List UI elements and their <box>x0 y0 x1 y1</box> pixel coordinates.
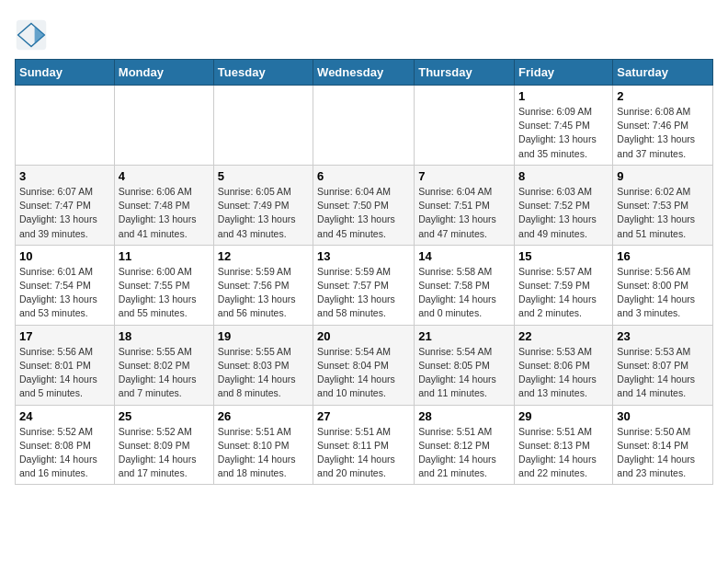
header-friday: Friday <box>515 60 613 86</box>
day-info: Sunrise: 6:02 AM Sunset: 7:53 PM Dayligh… <box>617 185 709 241</box>
table-row: 18Sunrise: 5:55 AM Sunset: 8:02 PM Dayli… <box>114 325 213 405</box>
day-info: Sunrise: 5:59 AM Sunset: 7:57 PM Dayligh… <box>317 265 410 321</box>
day-info: Sunrise: 6:03 AM Sunset: 7:52 PM Dayligh… <box>518 185 609 241</box>
day-number: 9 <box>617 169 709 183</box>
day-info: Sunrise: 5:58 AM Sunset: 7:58 PM Dayligh… <box>418 265 510 321</box>
table-row: 14Sunrise: 5:58 AM Sunset: 7:58 PM Dayli… <box>415 245 515 325</box>
day-number: 13 <box>317 249 410 263</box>
day-info: Sunrise: 5:51 AM Sunset: 8:10 PM Dayligh… <box>218 425 309 481</box>
table-row: 2Sunrise: 6:08 AM Sunset: 7:46 PM Daylig… <box>613 86 713 166</box>
table-row: 6Sunrise: 6:04 AM Sunset: 7:50 PM Daylig… <box>313 165 415 245</box>
day-number: 15 <box>518 249 609 263</box>
page-header <box>15 15 713 52</box>
logo <box>15 18 51 52</box>
day-info: Sunrise: 5:51 AM Sunset: 8:13 PM Dayligh… <box>518 425 609 481</box>
table-row: 4Sunrise: 6:06 AM Sunset: 7:48 PM Daylig… <box>114 165 213 245</box>
day-info: Sunrise: 5:56 AM Sunset: 8:01 PM Dayligh… <box>19 345 110 401</box>
day-number: 24 <box>19 409 110 423</box>
table-row <box>114 86 213 166</box>
day-number: 14 <box>418 249 510 263</box>
day-number: 18 <box>119 329 210 343</box>
day-info: Sunrise: 6:08 AM Sunset: 7:46 PM Dayligh… <box>617 105 709 161</box>
header-wednesday: Wednesday <box>313 60 415 86</box>
day-info: Sunrise: 5:52 AM Sunset: 8:08 PM Dayligh… <box>19 425 110 481</box>
table-row: 20Sunrise: 5:54 AM Sunset: 8:04 PM Dayli… <box>313 325 415 405</box>
day-number: 30 <box>617 409 709 423</box>
day-number: 12 <box>218 249 309 263</box>
table-row: 12Sunrise: 5:59 AM Sunset: 7:56 PM Dayli… <box>213 245 313 325</box>
day-number: 5 <box>218 169 309 183</box>
header-thursday: Thursday <box>415 60 515 86</box>
day-info: Sunrise: 6:01 AM Sunset: 7:54 PM Dayligh… <box>19 265 110 321</box>
day-number: 16 <box>617 249 709 263</box>
logo-icon <box>15 18 48 52</box>
day-info: Sunrise: 5:57 AM Sunset: 7:59 PM Dayligh… <box>518 265 609 321</box>
table-row: 29Sunrise: 5:51 AM Sunset: 8:13 PM Dayli… <box>515 405 613 485</box>
table-row: 1Sunrise: 6:09 AM Sunset: 7:45 PM Daylig… <box>515 86 613 166</box>
day-info: Sunrise: 5:53 AM Sunset: 8:07 PM Dayligh… <box>617 345 709 401</box>
table-row: 7Sunrise: 6:04 AM Sunset: 7:51 PM Daylig… <box>415 165 515 245</box>
table-row: 17Sunrise: 5:56 AM Sunset: 8:01 PM Dayli… <box>16 325 115 405</box>
day-info: Sunrise: 6:09 AM Sunset: 7:45 PM Dayligh… <box>518 105 609 161</box>
day-number: 7 <box>418 169 510 183</box>
table-row: 15Sunrise: 5:57 AM Sunset: 7:59 PM Dayli… <box>515 245 613 325</box>
day-number: 8 <box>518 169 609 183</box>
day-info: Sunrise: 6:04 AM Sunset: 7:50 PM Dayligh… <box>317 185 410 241</box>
day-info: Sunrise: 5:52 AM Sunset: 8:09 PM Dayligh… <box>119 425 210 481</box>
header-tuesday: Tuesday <box>213 60 313 86</box>
calendar-body: 1Sunrise: 6:09 AM Sunset: 7:45 PM Daylig… <box>16 86 713 485</box>
day-number: 26 <box>218 409 309 423</box>
table-row <box>213 86 313 166</box>
table-row: 26Sunrise: 5:51 AM Sunset: 8:10 PM Dayli… <box>213 405 313 485</box>
table-row: 8Sunrise: 6:03 AM Sunset: 7:52 PM Daylig… <box>515 165 613 245</box>
table-row: 11Sunrise: 6:00 AM Sunset: 7:55 PM Dayli… <box>114 245 213 325</box>
table-row: 25Sunrise: 5:52 AM Sunset: 8:09 PM Dayli… <box>114 405 213 485</box>
table-row: 3Sunrise: 6:07 AM Sunset: 7:47 PM Daylig… <box>16 165 115 245</box>
day-number: 21 <box>418 329 510 343</box>
day-info: Sunrise: 5:51 AM Sunset: 8:11 PM Dayligh… <box>317 425 410 481</box>
calendar-table: Sunday Monday Tuesday Wednesday Thursday… <box>15 59 713 485</box>
day-number: 3 <box>19 169 110 183</box>
day-number: 25 <box>119 409 210 423</box>
day-number: 4 <box>119 169 210 183</box>
day-info: Sunrise: 5:54 AM Sunset: 8:05 PM Dayligh… <box>418 345 510 401</box>
day-number: 11 <box>119 249 210 263</box>
day-info: Sunrise: 5:53 AM Sunset: 8:06 PM Dayligh… <box>518 345 609 401</box>
day-info: Sunrise: 5:50 AM Sunset: 8:14 PM Dayligh… <box>617 425 709 481</box>
table-row: 5Sunrise: 6:05 AM Sunset: 7:49 PM Daylig… <box>213 165 313 245</box>
header-sunday: Sunday <box>16 60 115 86</box>
table-row <box>16 86 115 166</box>
table-row: 10Sunrise: 6:01 AM Sunset: 7:54 PM Dayli… <box>16 245 115 325</box>
day-number: 20 <box>317 329 410 343</box>
table-row: 9Sunrise: 6:02 AM Sunset: 7:53 PM Daylig… <box>613 165 713 245</box>
day-info: Sunrise: 6:06 AM Sunset: 7:48 PM Dayligh… <box>119 185 210 241</box>
header-monday: Monday <box>114 60 213 86</box>
day-info: Sunrise: 5:54 AM Sunset: 8:04 PM Dayligh… <box>317 345 410 401</box>
table-row <box>313 86 415 166</box>
day-number: 19 <box>218 329 309 343</box>
table-row: 13Sunrise: 5:59 AM Sunset: 7:57 PM Dayli… <box>313 245 415 325</box>
day-number: 22 <box>518 329 609 343</box>
day-info: Sunrise: 6:05 AM Sunset: 7:49 PM Dayligh… <box>218 185 309 241</box>
day-info: Sunrise: 5:55 AM Sunset: 8:03 PM Dayligh… <box>218 345 309 401</box>
table-row: 23Sunrise: 5:53 AM Sunset: 8:07 PM Dayli… <box>613 325 713 405</box>
table-row: 24Sunrise: 5:52 AM Sunset: 8:08 PM Dayli… <box>16 405 115 485</box>
table-row: 30Sunrise: 5:50 AM Sunset: 8:14 PM Dayli… <box>613 405 713 485</box>
calendar-header: Sunday Monday Tuesday Wednesday Thursday… <box>16 60 713 86</box>
day-info: Sunrise: 5:55 AM Sunset: 8:02 PM Dayligh… <box>119 345 210 401</box>
table-row <box>415 86 515 166</box>
day-number: 23 <box>617 329 709 343</box>
table-row: 28Sunrise: 5:51 AM Sunset: 8:12 PM Dayli… <box>415 405 515 485</box>
day-number: 28 <box>418 409 510 423</box>
day-number: 27 <box>317 409 410 423</box>
table-row: 19Sunrise: 5:55 AM Sunset: 8:03 PM Dayli… <box>213 325 313 405</box>
day-info: Sunrise: 5:59 AM Sunset: 7:56 PM Dayligh… <box>218 265 309 321</box>
day-info: Sunrise: 6:00 AM Sunset: 7:55 PM Dayligh… <box>119 265 210 321</box>
table-row: 16Sunrise: 5:56 AM Sunset: 8:00 PM Dayli… <box>613 245 713 325</box>
day-number: 6 <box>317 169 410 183</box>
day-number: 2 <box>617 89 709 103</box>
header-saturday: Saturday <box>613 60 713 86</box>
day-number: 17 <box>19 329 110 343</box>
day-info: Sunrise: 5:51 AM Sunset: 8:12 PM Dayligh… <box>418 425 510 481</box>
table-row: 21Sunrise: 5:54 AM Sunset: 8:05 PM Dayli… <box>415 325 515 405</box>
